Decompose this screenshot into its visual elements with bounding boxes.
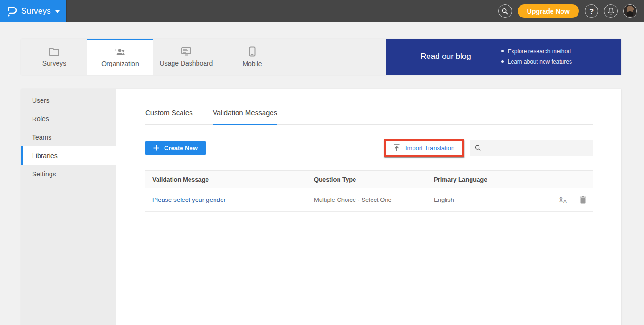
row-actions: x̄A bbox=[546, 196, 593, 204]
banner-bullet: Explore research method bbox=[500, 46, 572, 57]
column-header-actions bbox=[546, 171, 593, 188]
question-mark-icon: ? bbox=[589, 7, 594, 15]
search-input[interactable] bbox=[485, 144, 588, 151]
toolbar: Create New Import Translation bbox=[145, 139, 593, 157]
nav-tab-label: Organization bbox=[101, 60, 139, 67]
product-switcher[interactable]: Surveys bbox=[0, 0, 67, 22]
folder-icon bbox=[49, 47, 60, 56]
sidebar-item-teams[interactable]: Teams bbox=[21, 128, 116, 146]
plus-icon bbox=[153, 145, 159, 151]
topbar-actions: Upgrade Now ? bbox=[498, 4, 644, 18]
column-header-question-type: Question Type bbox=[314, 171, 434, 188]
column-header-primary-language: Primary Language bbox=[434, 171, 546, 188]
delete-icon[interactable] bbox=[579, 196, 586, 204]
blog-banner[interactable]: Read our blog Explore research method Le… bbox=[386, 39, 621, 75]
nav-tab-mobile[interactable]: Mobile bbox=[219, 39, 285, 75]
dashboard-icon bbox=[181, 47, 192, 56]
search-icon bbox=[502, 8, 508, 15]
table-row: Please select your gender Multiple Choic… bbox=[145, 188, 593, 212]
topbar: Surveys Upgrade Now ? bbox=[0, 0, 644, 22]
import-translation-button[interactable]: Import Translation bbox=[386, 141, 462, 155]
nav-tab-organization[interactable]: Organization bbox=[87, 39, 153, 75]
sidebar-item-libraries[interactable]: Libraries bbox=[21, 146, 116, 165]
nav-tab-label: Mobile bbox=[242, 60, 262, 67]
people-add-icon bbox=[114, 47, 126, 57]
libraries-content: Custom Scales Validation Messages Create… bbox=[116, 89, 621, 325]
tab-validation-messages[interactable]: Validation Messages bbox=[213, 108, 277, 125]
question-type-cell: Multiple Choice - Select One bbox=[314, 188, 434, 212]
bell-icon bbox=[608, 8, 614, 15]
import-translation-label: Import Translation bbox=[405, 144, 454, 151]
upgrade-now-button[interactable]: Upgrade Now bbox=[518, 4, 579, 18]
create-new-label: Create New bbox=[164, 144, 198, 151]
nav-tab-surveys[interactable]: Surveys bbox=[21, 39, 87, 75]
validation-messages-table: Validation Message Question Type Primary… bbox=[145, 170, 593, 212]
main-card: Users Roles Teams Libraries Settings Cus… bbox=[21, 89, 621, 325]
primary-nav: Surveys Organization Usage Dashboard Mob… bbox=[21, 39, 621, 75]
sidebar-item-settings[interactable]: Settings bbox=[21, 165, 116, 183]
nav-tab-label: Surveys bbox=[42, 59, 66, 67]
create-new-button[interactable]: Create New bbox=[145, 141, 206, 155]
sidebar-item-users[interactable]: Users bbox=[21, 91, 116, 109]
user-avatar[interactable] bbox=[623, 4, 637, 18]
banner-title: Read our blog bbox=[421, 52, 471, 61]
primary-language-cell: English bbox=[434, 188, 546, 212]
validation-message-link[interactable]: Please select your gender bbox=[152, 196, 226, 203]
banner-bullet: Learn about new features bbox=[500, 57, 572, 67]
annotation-highlight-box: Import Translation bbox=[384, 139, 464, 157]
table-search bbox=[470, 140, 593, 156]
search-button[interactable] bbox=[498, 4, 512, 18]
notifications-button[interactable] bbox=[604, 4, 618, 18]
translate-icon[interactable]: x̄A bbox=[559, 196, 567, 204]
library-tabs: Custom Scales Validation Messages bbox=[145, 108, 593, 125]
nav-tab-label: Usage Dashboard bbox=[160, 59, 213, 67]
product-name: Surveys bbox=[21, 7, 51, 16]
settings-sidebar: Users Roles Teams Libraries Settings bbox=[21, 89, 116, 325]
help-button[interactable]: ? bbox=[585, 4, 598, 18]
upload-icon bbox=[393, 144, 400, 151]
banner-bullet-list: Explore research method Learn about new … bbox=[500, 46, 572, 67]
nav-tab-usage-dashboard[interactable]: Usage Dashboard bbox=[153, 39, 219, 75]
brand-logo-icon bbox=[7, 6, 17, 17]
sidebar-item-roles[interactable]: Roles bbox=[21, 109, 116, 128]
chevron-down-icon bbox=[55, 10, 60, 13]
mobile-icon bbox=[249, 46, 256, 57]
search-icon bbox=[475, 144, 481, 151]
tab-custom-scales[interactable]: Custom Scales bbox=[145, 108, 193, 125]
column-header-validation-message: Validation Message bbox=[145, 171, 314, 188]
table-header-row: Validation Message Question Type Primary… bbox=[145, 171, 593, 188]
